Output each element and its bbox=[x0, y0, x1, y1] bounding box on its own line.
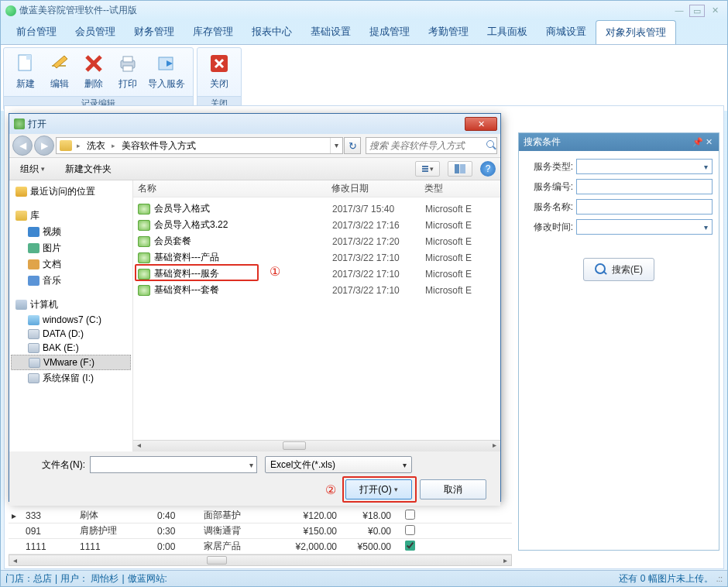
scrollbar-thumb[interactable] bbox=[207, 556, 227, 565]
nav-forward-button[interactable]: ▶ bbox=[34, 136, 54, 156]
tree-library[interactable]: 库 bbox=[11, 208, 131, 224]
menu-reports[interactable]: 报表中心 bbox=[242, 20, 301, 44]
edit-button[interactable]: 编辑 bbox=[43, 51, 77, 96]
filename-input[interactable] bbox=[94, 459, 249, 470]
table-row[interactable]: 091肩膀护理0:30调衡通背¥150.00¥0.00 bbox=[9, 523, 512, 539]
file-row[interactable]: 基础资料---套餐2017/3/22 17:10Microsoft E bbox=[138, 282, 500, 298]
file-row[interactable]: 会员导入格式3.222017/3/22 17:16Microsoft E bbox=[138, 217, 500, 233]
data-table: ▸333刷体0:40面部基护¥120.00¥18.00 091肩膀护理0:30调… bbox=[9, 508, 512, 566]
disk-icon bbox=[28, 373, 39, 383]
close-app-button[interactable]: ✕ bbox=[707, 5, 723, 17]
folder-icon bbox=[60, 140, 72, 151]
menu-tools[interactable]: 工具面板 bbox=[478, 20, 537, 44]
menu-mall[interactable]: 商城设置 bbox=[537, 20, 596, 44]
column-headers: 名称 修改日期 类型 bbox=[133, 180, 500, 197]
store-label: 门店：总店 bbox=[5, 572, 52, 585]
col-date[interactable]: 修改日期 bbox=[331, 182, 424, 195]
mod-time-combo[interactable]: ▾ bbox=[576, 219, 713, 235]
tree-doc[interactable]: 文档 bbox=[11, 256, 131, 273]
file-row[interactable]: 会员套餐2017/3/22 17:20Microsoft E bbox=[138, 233, 500, 249]
file-row[interactable]: 基础资料---服务2017/3/22 17:10Microsoft E bbox=[138, 266, 500, 282]
cancel-button[interactable]: 取消 bbox=[420, 479, 486, 499]
file-row[interactable]: 基础资料---产品2017/3/22 17:10Microsoft E bbox=[138, 249, 500, 266]
close-tab-button[interactable]: 关闭 bbox=[202, 51, 236, 96]
row-checkbox[interactable] bbox=[405, 525, 415, 535]
pin-icon[interactable]: 📌 bbox=[692, 137, 703, 148]
disk-icon bbox=[28, 315, 39, 325]
svg-rect-14 bbox=[455, 164, 459, 173]
scroll-left-icon[interactable]: ◂ bbox=[9, 556, 21, 565]
service-code-input[interactable] bbox=[576, 179, 713, 194]
main-menu: 前台管理 会员管理 财务管理 库存管理 报表中心 基础设置 提成管理 考勤管理 … bbox=[1, 20, 727, 44]
dialog-close-button[interactable]: ✕ bbox=[465, 117, 497, 131]
row-checkbox[interactable] bbox=[405, 541, 415, 551]
close-panel-icon[interactable]: ✕ bbox=[703, 137, 714, 148]
menu-inventory[interactable]: 库存管理 bbox=[184, 20, 242, 44]
site-link[interactable]: 傲蓝网站: bbox=[128, 572, 167, 585]
minimize-button[interactable]: — bbox=[671, 5, 687, 17]
table-row[interactable]: ▸333刷体0:40面部基护¥120.00¥18.00 bbox=[9, 508, 512, 523]
tree-music[interactable]: 音乐 bbox=[11, 273, 131, 289]
scroll-right-icon[interactable]: ▸ bbox=[500, 556, 511, 565]
col-type[interactable]: 类型 bbox=[424, 182, 500, 195]
breadcrumb-dropdown-icon[interactable]: ▾ bbox=[330, 138, 342, 153]
print-label: 打印 bbox=[111, 77, 145, 91]
menu-basic-settings[interactable]: 基础设置 bbox=[301, 20, 360, 44]
table-row[interactable]: 111111110:00家居产品¥2,000.00¥500.00 bbox=[9, 539, 512, 554]
video-icon bbox=[28, 227, 39, 237]
tree-computer[interactable]: 计算机 bbox=[11, 297, 131, 313]
new-folder-button[interactable]: 新建文件夹 bbox=[59, 161, 118, 177]
import-services-button[interactable]: 导入服务 bbox=[145, 51, 188, 96]
horizontal-scrollbar[interactable]: ◂ ▸ bbox=[9, 554, 512, 566]
delete-button[interactable]: 删除 bbox=[77, 51, 111, 96]
breadcrumb-item[interactable]: 洗衣 bbox=[82, 138, 110, 153]
menu-commission[interactable]: 提成管理 bbox=[360, 20, 419, 44]
chevron-down-icon[interactable]: ▾ bbox=[249, 461, 253, 469]
breadcrumb[interactable]: ▸ 洗衣 ▸ 美容软件导入方式 ▾ bbox=[56, 137, 343, 154]
scroll-left-icon[interactable]: ◂ bbox=[133, 441, 145, 451]
col-name[interactable]: 名称 bbox=[138, 182, 331, 195]
tree-recent[interactable]: 最近访问的位置 bbox=[11, 184, 131, 200]
dialog-titlebar[interactable]: 打开 ✕ bbox=[9, 114, 500, 134]
search-panel-header: 搜索条件 📌 ✕ bbox=[519, 133, 719, 151]
menu-object-list[interactable]: 对象列表管理 bbox=[596, 20, 676, 44]
search-button[interactable]: 搜索(E) bbox=[583, 258, 654, 281]
dialog-search-input[interactable] bbox=[369, 140, 486, 151]
tree-drive-e[interactable]: BAK (E:) bbox=[11, 341, 131, 355]
service-type-combo[interactable]: ▾ bbox=[576, 159, 713, 174]
document-icon bbox=[28, 259, 39, 269]
file-type-select[interactable]: Excel文件(*.xls) ▾ bbox=[265, 456, 412, 473]
print-button[interactable]: 打印 bbox=[111, 51, 145, 96]
close-icon bbox=[207, 51, 232, 76]
file-horizontal-scrollbar[interactable]: ◂ ▸ bbox=[133, 440, 500, 451]
menu-frontdesk[interactable]: 前台管理 bbox=[7, 20, 66, 44]
menu-finance[interactable]: 财务管理 bbox=[125, 20, 184, 44]
preview-pane-button[interactable] bbox=[448, 161, 472, 177]
tree-drive-i[interactable]: 系统保留 (I:) bbox=[11, 370, 131, 386]
help-button[interactable]: ? bbox=[480, 161, 496, 177]
dialog-search-box[interactable] bbox=[366, 137, 497, 154]
computer-icon bbox=[15, 300, 27, 310]
view-mode-button[interactable]: ▾ bbox=[415, 161, 440, 177]
open-button[interactable]: 打开(O) ▾ bbox=[345, 479, 412, 499]
scrollbar-thumb[interactable] bbox=[283, 441, 306, 450]
breadcrumb-item[interactable]: 美容软件导入方式 bbox=[117, 138, 201, 153]
new-button[interactable]: 新建 bbox=[9, 51, 43, 96]
tree-drive-d[interactable]: DATA (D:) bbox=[11, 327, 131, 341]
nav-back-button[interactable]: ◀ bbox=[12, 136, 33, 156]
scroll-right-icon[interactable]: ▸ bbox=[489, 441, 500, 451]
refresh-button[interactable]: ↻ bbox=[344, 137, 361, 154]
menu-attendance[interactable]: 考勤管理 bbox=[419, 20, 478, 44]
tree-drive-c[interactable]: windows7 (C:) bbox=[11, 313, 131, 327]
file-row[interactable]: 会员导入格式2017/3/7 15:40Microsoft E bbox=[138, 201, 500, 217]
menu-members[interactable]: 会员管理 bbox=[66, 20, 125, 44]
tree-drive-f[interactable]: VMware (F:) bbox=[11, 355, 131, 370]
service-name-input[interactable] bbox=[576, 199, 713, 215]
maximize-button[interactable]: ▭ bbox=[689, 5, 705, 17]
tree-video[interactable]: 视频 bbox=[11, 224, 131, 240]
organize-button[interactable]: 组织 ▾ bbox=[14, 161, 51, 177]
chevron-down-icon: ▾ bbox=[403, 461, 407, 469]
tree-picture[interactable]: 图片 bbox=[11, 240, 131, 256]
row-checkbox[interactable] bbox=[405, 510, 415, 520]
open-button-label: 打开(O) bbox=[359, 483, 391, 496]
